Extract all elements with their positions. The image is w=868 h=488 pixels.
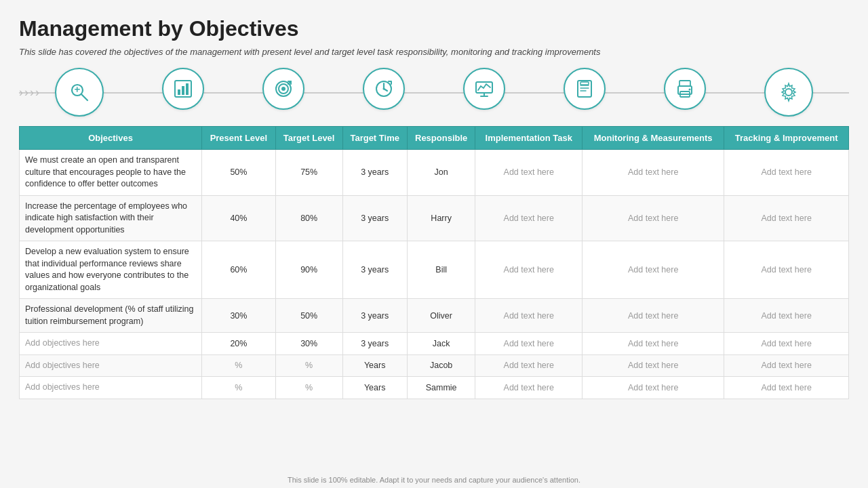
- col-header-impl: Implementation Task: [475, 127, 583, 150]
- cell-col-6: Add text here: [583, 377, 724, 399]
- col-header-present: Present Level: [202, 127, 276, 150]
- cell-col-2: 80%: [275, 195, 342, 241]
- svg-point-30: [785, 89, 792, 96]
- cell-col-4: Jon: [407, 150, 475, 196]
- timeline-icon-gear: [764, 68, 813, 117]
- cell-col-7: Add text here: [724, 241, 849, 299]
- page-title: Management by Objectives: [19, 16, 849, 41]
- timeline-icon-print: [664, 68, 706, 110]
- cell-col-1: 30%: [202, 299, 276, 333]
- table-header-row: Objectives Present Level Target Level Ta…: [20, 127, 849, 150]
- cell-objective: Increase the percentage of employees who…: [20, 195, 202, 241]
- col-header-tracking: Tracking & Improvement: [724, 127, 849, 150]
- cell-col-2: 50%: [275, 299, 342, 333]
- svg-rect-3: [77, 87, 78, 92]
- cell-col-2: %: [275, 377, 342, 399]
- cell-col-6: Add text here: [583, 195, 724, 241]
- cell-col-7: Add text here: [724, 354, 849, 377]
- svg-point-29: [689, 89, 691, 91]
- cell-col-5: Add text here: [475, 150, 583, 196]
- cell-col-5: Add text here: [475, 195, 583, 241]
- footer-note: This slide is 100% editable. Adapt it to…: [0, 476, 868, 484]
- timeline-icon-chart: [162, 68, 204, 110]
- timeline-icon-monitor: [463, 68, 505, 110]
- col-header-monitor: Monitoring & Measurements: [583, 127, 724, 150]
- svg-rect-5: [178, 89, 180, 95]
- cell-col-2: %: [275, 354, 342, 377]
- svg-rect-7: [186, 83, 189, 95]
- cell-col-7: Add text here: [724, 150, 849, 196]
- svg-point-10: [281, 87, 285, 91]
- cell-col-5: Add text here: [475, 241, 583, 299]
- cell-col-1: %: [202, 354, 276, 377]
- cell-col-6: Add text here: [583, 150, 724, 196]
- timeline: › › › ›: [19, 68, 849, 117]
- cell-col-5: Add text here: [475, 299, 583, 333]
- cell-col-7: Add text here: [724, 195, 849, 241]
- svg-point-17: [383, 88, 385, 90]
- cell-col-6: Add text here: [583, 333, 724, 355]
- cell-col-3: Years: [342, 377, 407, 399]
- timeline-icon-task: [564, 68, 606, 110]
- cell-col-3: 3 years: [342, 241, 407, 299]
- timeline-icons: [26, 68, 842, 117]
- cell-col-2: 90%: [275, 241, 342, 299]
- cell-col-3: 3 years: [342, 150, 407, 196]
- cell-col-5: Add text here: [475, 333, 583, 355]
- col-header-objectives: Objectives: [20, 127, 202, 150]
- table-row: We must create an open and transparent c…: [20, 150, 849, 196]
- cell-col-2: 30%: [275, 333, 342, 355]
- timeline-icon-target: [262, 68, 304, 110]
- svg-rect-26: [679, 81, 690, 86]
- col-header-target-time: Target Time: [342, 127, 407, 150]
- svg-line-1: [81, 94, 87, 100]
- cell-col-4: Harry: [407, 195, 475, 241]
- table-row: Add objectives here20%30%3 yearsJackAdd …: [20, 333, 849, 355]
- cell-col-1: 60%: [202, 241, 276, 299]
- cell-objective: Add objectives here: [20, 354, 202, 377]
- timeline-icon-search: [55, 68, 104, 117]
- table-row: Professional development (% of staff uti…: [20, 299, 849, 333]
- data-table: Objectives Present Level Target Level Ta…: [19, 126, 849, 399]
- table-row: Add objectives here%%YearsJacobAdd text …: [20, 354, 849, 377]
- cell-col-1: 40%: [202, 195, 276, 241]
- cell-col-4: Sammie: [407, 377, 475, 399]
- page-subtitle: This slide has covered the objectives of…: [19, 47, 849, 57]
- cell-objective: We must create an open and transparent c…: [20, 150, 202, 196]
- col-header-target-level: Target Level: [275, 127, 342, 150]
- cell-col-3: 3 years: [342, 299, 407, 333]
- table-row: Develop a new evaluation system to ensur…: [20, 241, 849, 299]
- svg-rect-21: [578, 81, 591, 97]
- cell-col-7: Add text here: [724, 377, 849, 399]
- cell-col-3: 3 years: [342, 195, 407, 241]
- slide: Management by Objectives This slide has …: [0, 0, 868, 488]
- col-header-responsible: Responsible: [407, 127, 475, 150]
- cell-col-4: Jacob: [407, 354, 475, 377]
- cell-col-5: Add text here: [475, 354, 583, 377]
- cell-col-4: Bill: [407, 241, 475, 299]
- cell-col-1: %: [202, 377, 276, 399]
- cell-col-4: Jack: [407, 333, 475, 355]
- cell-col-1: 20%: [202, 333, 276, 355]
- svg-rect-6: [182, 86, 184, 95]
- timeline-icon-time: [363, 68, 405, 110]
- cell-col-6: Add text here: [583, 354, 724, 377]
- cell-col-3: 3 years: [342, 333, 407, 355]
- cell-objective: Add objectives here: [20, 377, 202, 399]
- cell-col-2: 75%: [275, 150, 342, 196]
- cell-col-4: Oliver: [407, 299, 475, 333]
- cell-objective: Add objectives here: [20, 333, 202, 355]
- table-row: Add objectives here%%YearsSammieAdd text…: [20, 377, 849, 399]
- chevron-icon: ›: [19, 86, 23, 98]
- cell-col-5: Add text here: [475, 377, 583, 399]
- table-row: Increase the percentage of employees who…: [20, 195, 849, 241]
- cell-col-6: Add text here: [583, 241, 724, 299]
- objectives-table: Objectives Present Level Target Level Ta…: [19, 126, 849, 399]
- cell-col-7: Add text here: [724, 333, 849, 355]
- cell-col-3: Years: [342, 354, 407, 377]
- cell-col-6: Add text here: [583, 299, 724, 333]
- cell-col-1: 50%: [202, 150, 276, 196]
- svg-rect-25: [580, 82, 589, 85]
- cell-col-7: Add text here: [724, 299, 849, 333]
- cell-objective: Professional development (% of staff uti…: [20, 299, 202, 333]
